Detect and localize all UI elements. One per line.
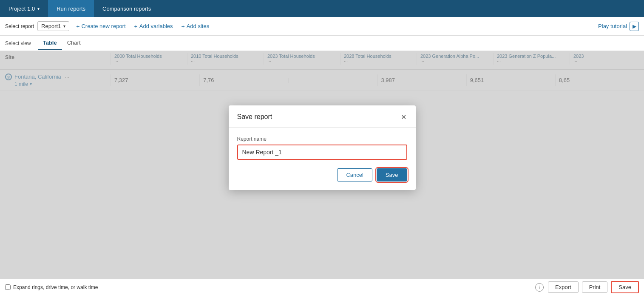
save-dialog-button[interactable]: Save: [377, 168, 407, 182]
dialog-header: Save report ✕: [229, 105, 416, 128]
report-name-label: Report name: [237, 136, 407, 142]
cancel-button[interactable]: Cancel: [337, 168, 372, 182]
main-content: Site 2000 Total Households ··· 2010 Tota…: [0, 51, 644, 279]
save-report-dialog: Save report ✕ Report name Cancel Save: [229, 105, 416, 190]
dialog-backdrop: Save report ✕ Report name Cancel Save: [0, 51, 644, 279]
dialog-body: Report name: [229, 128, 416, 160]
dialog-close-button[interactable]: ✕: [400, 112, 407, 122]
dialog-title: Save report: [237, 113, 272, 121]
dialog-footer: Cancel Save: [229, 160, 416, 190]
report-name-input[interactable]: [237, 145, 407, 160]
